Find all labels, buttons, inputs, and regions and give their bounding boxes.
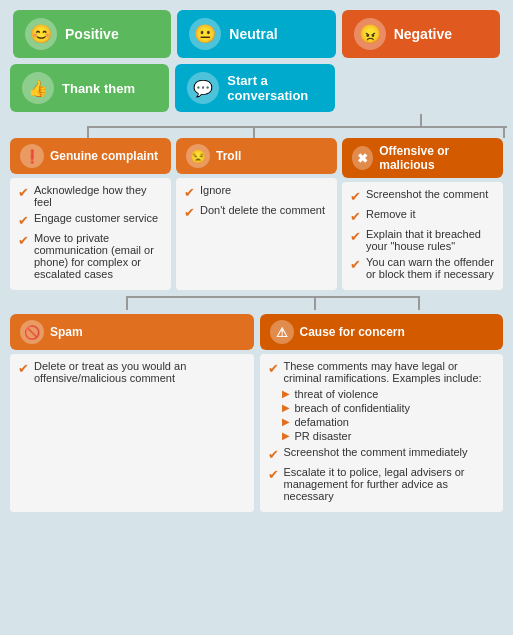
offensive-label: Offensive or malicious: [379, 144, 493, 172]
convo-box: 💬 Start a conversation: [175, 64, 334, 112]
concern-details: ✔ These comments may have legal or crimi…: [260, 354, 504, 512]
concern-bullet-3-text: defamation: [295, 416, 349, 428]
sentiment-row: 😊 Positive 😐 Neutral 😠 Negative: [10, 10, 503, 58]
concern-intro-text: These comments may have legal or crimina…: [284, 360, 496, 384]
check-icon-s1: ✔: [18, 361, 29, 376]
arrow-icon-2: ▶: [282, 402, 290, 413]
check-icon-t2: ✔: [184, 205, 195, 220]
troll-col: 😒 Troll ✔ Ignore ✔ Don't delete the comm…: [176, 138, 337, 290]
genuine-item-2: ✔ Engage customer service: [18, 212, 163, 228]
check-icon-t1: ✔: [184, 185, 195, 200]
off-item-4-text: You can warn the offender or block them …: [366, 256, 495, 280]
off-item-2-text: Remove it: [366, 208, 416, 220]
genuine-details: ✔ Acknowledge how they feel ✔ Engage cus…: [10, 178, 171, 290]
category-row: ❗ Genuine complaint ✔ Acknowledge how th…: [10, 138, 503, 290]
spam-label: Spam: [50, 325, 83, 339]
off-item-3: ✔ Explain that it breached your "house r…: [350, 228, 495, 252]
check-icon-o3: ✔: [350, 229, 361, 244]
troll-details: ✔ Ignore ✔ Don't delete the comment: [176, 178, 337, 290]
check-icon-o2: ✔: [350, 209, 361, 224]
concern-label: Cause for concern: [300, 325, 405, 339]
spam-item-1: ✔ Delete or treat as you would an offens…: [18, 360, 246, 384]
genuine-item-3-text: Move to private communication (email or …: [34, 232, 163, 280]
troll-item-2: ✔ Don't delete the comment: [184, 204, 329, 220]
chat-icon: 💬: [187, 72, 219, 104]
off-item-1-text: Screenshot the comment: [366, 188, 488, 200]
concern-col: ⚠ Cause for concern ✔ These comments may…: [260, 314, 504, 512]
offensive-col: ✖ Offensive or malicious ✔ Screenshot th…: [342, 138, 503, 290]
off-item-3-text: Explain that it breached your "house rul…: [366, 228, 495, 252]
neutral-label: Neutral: [229, 26, 277, 42]
arrow-icon-1: ▶: [282, 388, 290, 399]
check-icon-o4: ✔: [350, 257, 361, 272]
app-container: 😊 Positive 😐 Neutral 😠 Negative 👍 Thank …: [10, 10, 503, 512]
troll-item-2-text: Don't delete the comment: [200, 204, 325, 216]
thank-box: 👍 Thank them: [10, 64, 169, 112]
check-icon-1: ✔: [18, 185, 29, 200]
check-icon-o1: ✔: [350, 189, 361, 204]
genuine-item-1: ✔ Acknowledge how they feel: [18, 184, 163, 208]
genuine-label: Genuine complaint: [50, 149, 158, 163]
genuine-col: ❗ Genuine complaint ✔ Acknowledge how th…: [10, 138, 171, 290]
off-item-4: ✔ You can warn the offender or block the…: [350, 256, 495, 280]
negative-box: 😠 Negative: [342, 10, 500, 58]
troll-item-1: ✔ Ignore: [184, 184, 329, 200]
check-icon-2: ✔: [18, 213, 29, 228]
concern-bullet-1: ▶ threat of violence: [282, 388, 496, 400]
concern-bullet-4: ▶ PR disaster: [282, 430, 496, 442]
genuine-item-1-text: Acknowledge how they feel: [34, 184, 163, 208]
concern-header: ⚠ Cause for concern: [260, 314, 504, 350]
bottom-row: 🚫 Spam ✔ Delete or treat as you would an…: [10, 314, 503, 512]
troll-label: Troll: [216, 149, 241, 163]
convo-label: Start a conversation: [227, 73, 322, 103]
exclaim-icon: ❗: [20, 144, 44, 168]
concern-item-2-text: Escalate it to police, legal advisers or…: [284, 466, 496, 502]
concern-item-1: ✔ Screenshot the comment immediately: [268, 446, 496, 462]
positive-icon: 😊: [25, 18, 57, 50]
genuine-item-2-text: Engage customer service: [34, 212, 158, 224]
concern-bullet-1-text: threat of violence: [295, 388, 379, 400]
check-icon-3: ✔: [18, 233, 29, 248]
thank-label: Thank them: [62, 81, 135, 96]
spam-item-1-text: Delete or treat as you would an offensiv…: [34, 360, 246, 384]
genuine-header: ❗ Genuine complaint: [10, 138, 171, 174]
concern-item-1-text: Screenshot the comment immediately: [284, 446, 468, 458]
warning-icon: ⚠: [270, 320, 294, 344]
thumbs-up-icon: 👍: [22, 72, 54, 104]
arrow-icon-3: ▶: [282, 416, 290, 427]
offensive-header: ✖ Offensive or malicious: [342, 138, 503, 178]
spam-col: 🚫 Spam ✔ Delete or treat as you would an…: [10, 314, 254, 512]
negative-icon: 😠: [354, 18, 386, 50]
offensive-details: ✔ Screenshot the comment ✔ Remove it ✔ E…: [342, 182, 503, 290]
positive-label: Positive: [65, 26, 119, 42]
genuine-item-3: ✔ Move to private communication (email o…: [18, 232, 163, 280]
positive-box: 😊 Positive: [13, 10, 171, 58]
spam-icon: 🚫: [20, 320, 44, 344]
concern-bullet-2: ▶ breach of confidentiality: [282, 402, 496, 414]
concern-bullet-3: ▶ defamation: [282, 416, 496, 428]
neutral-icon: 😐: [189, 18, 221, 50]
troll-header: 😒 Troll: [176, 138, 337, 174]
concern-intro: ✔ These comments may have legal or crimi…: [268, 360, 496, 384]
spam-details: ✔ Delete or treat as you would an offens…: [10, 354, 254, 512]
check-icon-c0: ✔: [268, 361, 279, 376]
check-icon-c1: ✔: [268, 447, 279, 462]
concern-bullet-4-text: PR disaster: [295, 430, 352, 442]
troll-item-1-text: Ignore: [200, 184, 231, 196]
arrow-icon-4: ▶: [282, 430, 290, 441]
concern-bullet-2-text: breach of confidentiality: [295, 402, 411, 414]
spam-header: 🚫 Spam: [10, 314, 254, 350]
neutral-box: 😐 Neutral: [177, 10, 335, 58]
concern-item-2: ✔ Escalate it to police, legal advisers …: [268, 466, 496, 502]
check-icon-c2: ✔: [268, 467, 279, 482]
troll-icon: 😒: [186, 144, 210, 168]
negative-label: Negative: [394, 26, 452, 42]
off-item-2: ✔ Remove it: [350, 208, 495, 224]
off-item-1: ✔ Screenshot the comment: [350, 188, 495, 204]
x-icon: ✖: [352, 146, 373, 170]
